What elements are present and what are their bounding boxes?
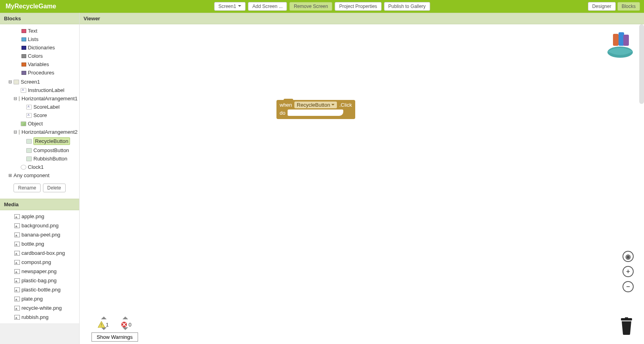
show-warnings-button[interactable]: Show Warnings [91,332,138,342]
tree-item-any-component[interactable]: ⊞Any component [2,171,78,180]
tree-item-clock1[interactable]: Clock1 [2,163,78,171]
button-icon [26,156,32,161]
tree-item-screen1[interactable]: ⊟Screen1 [2,78,78,86]
component-tree: ⊟Screen1 InstructionLabel ⊟HorizontalArr… [2,78,78,180]
blocks-panel: Text Lists Dictionaries Colors Variables… [0,24,79,199]
right-column: Viewer when RecycleButton .Click do [80,13,644,344]
zoom-in-button[interactable]: + [623,266,634,277]
media-item[interactable]: plastic-bottle.png [14,285,79,294]
block-slot[interactable] [288,109,343,116]
media-item[interactable]: apple.png [14,212,79,221]
err-down-icon[interactable] [123,327,128,330]
tree-item-object[interactable]: Object [2,119,78,128]
media-list: apple.pngbackground.pngbanana-peel.pngbo… [0,210,79,323]
tree-item-rubbish-button[interactable]: RubbishButton [2,154,78,163]
topbar-right: Designer Blocks [588,2,640,11]
category-text[interactable]: Text [2,27,78,35]
zoom-center-button[interactable]: ◉ [623,251,634,262]
media-panel-header: Media [0,199,79,210]
zoom-out-button[interactable]: − [623,281,634,292]
clock-icon [21,165,26,170]
media-item[interactable]: bottle.png [14,239,79,248]
blocks-tab[interactable]: Blocks [617,2,640,11]
category-label: Colors [28,53,43,59]
media-item[interactable]: plastic-bag.png [14,276,79,285]
media-item-label: apple.png [21,213,44,219]
swatch-icon [21,54,26,58]
rename-button[interactable]: Rename [14,184,40,192]
topbar: MyRecycleGame Screen1 Add Screen ... Rem… [0,0,644,13]
category-lists[interactable]: Lists [2,35,78,43]
error-icon [121,321,128,328]
blocks-panel-header: Blocks [0,13,79,24]
warn-up-icon[interactable] [101,317,107,319]
svg-rect-2 [619,32,624,46]
warn-down-icon[interactable] [101,327,107,330]
tree-label: Score [33,112,47,118]
publish-button[interactable]: Publish to Gallery [384,2,430,11]
collapse-icon[interactable]: ⊟ [14,129,17,135]
media-item[interactable]: rubbish.png [14,313,79,322]
tree-item-harrangement1[interactable]: ⊟HorizontalArrangement1 [2,94,78,103]
image-icon [21,121,26,126]
label-icon [26,105,32,109]
err-up-icon[interactable] [123,317,128,319]
tree-item-recycle-button[interactable]: RecycleButton [2,136,78,146]
category-label: Text [28,28,37,34]
tree-label: Screen1 [21,79,40,85]
tree-item-harrangement2[interactable]: ⊟HorizontalArrangement2 [2,128,78,136]
category-colors[interactable]: Colors [2,52,78,60]
media-item[interactable]: recycle-white.png [14,303,79,313]
viewer-canvas[interactable]: when RecycleButton .Click do [80,24,644,344]
expand-icon[interactable]: ⊞ [8,173,12,178]
warning-icon: ! [98,321,105,328]
media-item[interactable]: banana-peel.png [14,230,79,239]
collapse-icon[interactable]: ⊟ [14,96,17,101]
swatch-icon [21,63,26,66]
media-item-label: bottle.png [21,241,44,247]
media-item[interactable]: newspaper.png [14,267,79,276]
block-component-dropdown[interactable]: RecycleButton [294,102,337,108]
media-item-label: compost.png [21,259,51,265]
category-label: Variables [28,61,49,67]
screen-icon [14,80,19,84]
scrollbar[interactable] [639,24,644,104]
trash-icon[interactable] [619,317,634,336]
tree-item-score-label[interactable]: ScoreLabel [2,103,78,111]
media-item[interactable]: background.png [14,221,79,230]
tree-item-instruction-label[interactable]: InstructionLabel [2,86,78,94]
image-file-icon [14,297,20,301]
category-procedures[interactable]: Procedures [2,68,78,77]
backpack-icon[interactable] [604,28,636,60]
media-item[interactable]: cardboard-box.png [14,248,79,258]
image-file-icon [14,251,20,256]
tree-label: RubbishButton [33,156,67,162]
category-variables[interactable]: Variables [2,60,78,68]
button-icon [26,148,32,153]
media-item-label: banana-peel.png [21,232,60,238]
tree-label: InstructionLabel [28,87,64,93]
category-dictionaries[interactable]: Dictionaries [2,43,78,52]
error-count: 0 [121,321,131,328]
media-item-label: newspaper.png [21,268,56,274]
tree-label: Any component [14,172,49,178]
screen-dropdown[interactable]: Screen1 [214,2,246,11]
remove-screen-button[interactable]: Remove Screen [290,2,333,11]
category-label: Dictionaries [28,45,55,51]
label-icon [21,88,26,93]
tree-label: Clock1 [28,164,44,170]
add-screen-button[interactable]: Add Screen ... [248,2,287,11]
project-properties-button[interactable]: Project Properties [335,2,381,11]
media-item[interactable]: compost.png [14,258,79,267]
category-label: Procedures [28,70,54,76]
tree-item-compost-button[interactable]: CompostButton [2,146,78,154]
designer-tab[interactable]: Designer [588,2,616,11]
event-block[interactable]: when RecycleButton .Click do [276,100,355,119]
left-column: Blocks Text Lists Dictionaries Colors Va… [0,13,80,344]
viewer-panel-header: Viewer [80,13,644,24]
delete-button[interactable]: Delete [43,184,66,192]
collapse-icon[interactable]: ⊟ [8,79,12,84]
media-item[interactable]: plate.png [14,294,79,303]
swatch-icon [21,46,26,50]
tree-item-score[interactable]: Score [2,111,78,119]
